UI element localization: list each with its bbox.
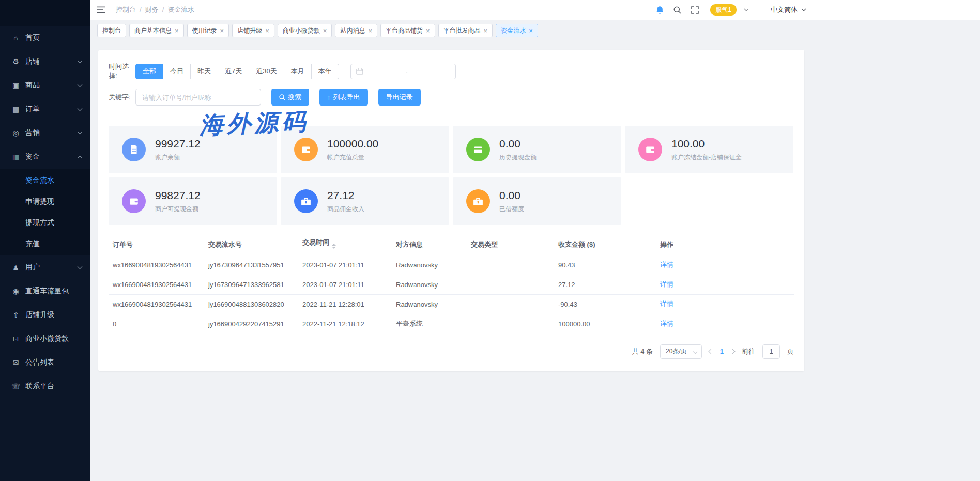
time-option-yesterday[interactable]: 昨天 (191, 64, 218, 79)
tab-site-message[interactable]: 站内消息 × (335, 24, 377, 37)
next-page-icon[interactable] (730, 349, 736, 354)
sidebar-item-users[interactable]: ♟ 用户 (0, 255, 90, 279)
sidebar-item-label: 订单 (25, 104, 78, 114)
sidebar-item-home[interactable]: ⌂ 首页 (0, 26, 90, 50)
chevron-down-icon[interactable] (744, 8, 749, 11)
submenu-item-withdraw-method[interactable]: 提现方式 (0, 212, 90, 233)
date-range-picker[interactable]: - (350, 64, 456, 79)
bell-icon[interactable] (656, 6, 664, 14)
sidebar-item-micro-loan[interactable]: ⊡ 商业小微贷款 (0, 327, 90, 351)
tab-console[interactable]: 控制台 (97, 24, 126, 37)
time-filter-row: 时间选择: 全部 今日 昨天 近7天 近30天 本月 本年 - (109, 62, 794, 81)
sidebar-item-goods[interactable]: ▣ 商品 (0, 73, 90, 97)
keyword-input[interactable] (135, 89, 261, 106)
orders-icon: ▤ (11, 105, 20, 113)
detail-link[interactable]: 详情 (660, 300, 673, 308)
prev-page-icon[interactable] (708, 349, 713, 354)
date-range-separator: - (363, 68, 450, 76)
cell-order-no: wx1669004819302564431 (109, 255, 204, 275)
time-option-month[interactable]: 本月 (284, 64, 312, 79)
calendar-icon (356, 68, 363, 75)
tab-merchant-info[interactable]: 商户基本信息 × (129, 24, 184, 37)
submenu-item-fund-flow[interactable]: 资金流水 (0, 170, 90, 191)
sidebar-item-notice-list[interactable]: ✉ 公告列表 (0, 351, 90, 374)
cell-type (467, 314, 554, 334)
home-icon: ⌂ (11, 34, 20, 42)
stat-recharge-total: 100000.00 帐户充值总量 (281, 126, 449, 173)
table-row: wx1669004819302564431 jy1673096471331557… (109, 255, 794, 275)
cell-serial-no: jy1669004292207415291 (204, 314, 298, 334)
detail-link[interactable]: 详情 (660, 320, 673, 327)
goto-label: 前往 (742, 347, 755, 356)
sidebar-item-funds[interactable]: ▥ 资金 (0, 145, 90, 169)
fullscreen-icon[interactable] (691, 6, 699, 14)
sidebar-item-shop-upgrade[interactable]: ⇧ 店铺升级 (0, 303, 90, 327)
funds-submenu: 资金流水 申请提现 提现方式 充值 (0, 169, 90, 255)
app-root: ⌂ 首页 ⚙ 店铺 ▣ 商品 ▤ 订单 ◎ 营销 (0, 0, 980, 481)
export-record-button[interactable]: 导出记录 (378, 89, 421, 106)
sidebar-logo (0, 0, 90, 26)
close-icon[interactable]: × (265, 27, 269, 34)
submenu-item-recharge[interactable]: 充值 (0, 233, 90, 254)
cell-amount: 100000.00 (554, 314, 656, 334)
submenu-item-label: 充值 (25, 239, 40, 249)
close-icon[interactable]: × (529, 27, 533, 34)
detail-link[interactable]: 详情 (660, 261, 673, 268)
time-option-all[interactable]: 全部 (135, 64, 163, 79)
chevron-down-icon (78, 58, 83, 64)
time-option-7days[interactable]: 近7天 (218, 64, 249, 79)
goto-page-input[interactable] (762, 344, 780, 359)
close-icon[interactable]: × (323, 27, 327, 34)
current-page[interactable]: 1 (720, 348, 724, 355)
time-option-today[interactable]: 今日 (163, 64, 191, 79)
tab-usage-record[interactable]: 使用记录 × (187, 24, 229, 37)
cell-time: 2023-01-07 21:01:11 (298, 255, 392, 275)
tab-label: 资金流水 (501, 26, 526, 35)
time-option-year[interactable]: 本年 (312, 64, 339, 79)
topbar: 控制台 财务 资金流水 服气1 中文简体 (90, 0, 980, 20)
close-icon[interactable]: × (368, 27, 372, 34)
menu-collapse-icon[interactable] (97, 6, 105, 13)
page-size-select[interactable]: 20条/页 (660, 344, 702, 359)
search-icon[interactable] (673, 6, 681, 14)
export-list-button[interactable]: ↑ 列表导出 (319, 89, 368, 106)
stat-label: 历史提现金额 (499, 153, 537, 162)
search-button-label: 搜索 (288, 93, 301, 102)
sidebar-item-label: 联系平台 (25, 382, 82, 391)
sort-icon[interactable] (332, 242, 336, 251)
stat-value: 100000.00 (327, 138, 378, 150)
col-time-label: 交易时间 (302, 238, 329, 246)
divider (109, 114, 794, 114)
submenu-item-withdraw-apply[interactable]: 申请提现 (0, 191, 90, 212)
sidebar-item-traffic-pack[interactable]: ◉ 直通车流量包 (0, 279, 90, 303)
sidebar-item-contact-platform[interactable]: ☏ 联系平台 (0, 374, 90, 398)
language-selector[interactable]: 中文简体 (771, 5, 806, 14)
search-button[interactable]: 搜索 (271, 89, 309, 106)
user-badge[interactable]: 服气1 (710, 4, 737, 16)
breadcrumb-item[interactable]: 财务 (145, 5, 164, 14)
close-icon[interactable]: × (175, 27, 179, 34)
cell-type (467, 294, 554, 314)
cell-order-no: wx1669004819302564431 (109, 294, 204, 314)
detail-link[interactable]: 详情 (660, 280, 673, 288)
table-header-row: 订单号 交易流水号 交易时间 对方信息 交易类型 收支金额 ($) 操作 (109, 234, 794, 255)
col-order-no: 订单号 (109, 234, 204, 255)
keyword-label: 关键字: (109, 93, 135, 102)
page-unit-label: 页 (787, 347, 794, 356)
close-icon[interactable]: × (426, 27, 430, 34)
tab-platform-wholesale[interactable]: 平台批发商品 × (438, 24, 493, 37)
close-icon[interactable]: × (220, 27, 224, 34)
tab-shop-upgrade[interactable]: 店铺升级 × (232, 24, 274, 37)
sidebar-item-orders[interactable]: ▤ 订单 (0, 97, 90, 121)
tab-micro-loan[interactable]: 商业小微贷款 × (278, 24, 332, 37)
sidebar-item-marketing[interactable]: ◎ 营销 (0, 121, 90, 145)
stat-value: 99927.12 (155, 138, 201, 150)
cell-amount: 27.12 (554, 275, 656, 294)
tab-fund-flow[interactable]: 资金流水 × (496, 24, 538, 37)
tab-label: 店铺升级 (237, 26, 262, 35)
time-option-30days[interactable]: 近30天 (249, 64, 284, 79)
tab-platform-distribute[interactable]: 平台商品铺货 × (380, 24, 435, 37)
breadcrumb-item[interactable]: 控制台 (116, 5, 142, 14)
sidebar-item-shop[interactable]: ⚙ 店铺 (0, 50, 90, 73)
close-icon[interactable]: × (484, 27, 488, 34)
